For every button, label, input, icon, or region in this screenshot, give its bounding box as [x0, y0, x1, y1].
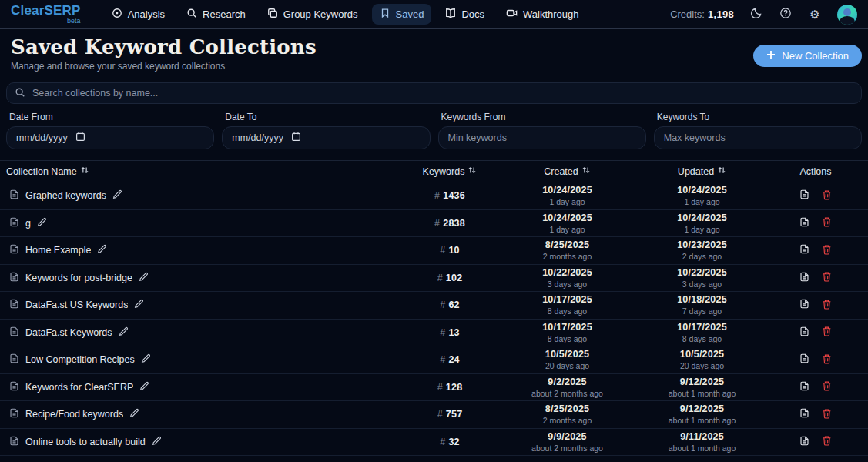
calendar-icon[interactable]: [291, 132, 301, 144]
created-relative: 8 days ago: [500, 334, 635, 343]
app-logo[interactable]: ClearSERP beta: [11, 4, 81, 25]
filter-keywords-to: Keywords To: [654, 112, 862, 149]
filter-row: Date From mm/dd/yyyy Date To mm/dd/yyyy …: [6, 112, 862, 149]
copy-collection-button[interactable]: [799, 326, 809, 339]
delete-collection-button[interactable]: [822, 189, 832, 203]
table-row[interactable]: Online tools to actually build #32 9/9/2…: [0, 429, 868, 457]
copy-collection-button[interactable]: [799, 217, 809, 229]
keyword-count: 102: [446, 273, 462, 283]
edit-collection-button[interactable]: [119, 326, 129, 339]
delete-collection-button[interactable]: [822, 216, 832, 229]
edit-collection-button[interactable]: [139, 272, 149, 284]
delete-collection-button[interactable]: [822, 380, 832, 393]
new-collection-button[interactable]: New Collection: [753, 45, 862, 67]
created-cell: 10/17/2025 8 days ago: [500, 322, 635, 343]
delete-collection-button[interactable]: [822, 353, 832, 367]
updated-relative: about 1 month ago: [635, 416, 769, 425]
delete-collection-button[interactable]: [822, 408, 832, 421]
edit-collection-button[interactable]: [97, 244, 107, 256]
table-row[interactable]: Keywords for post-bridge #102 10/22/2025…: [0, 265, 868, 293]
edit-collection-button[interactable]: [139, 381, 149, 393]
copy-collection-button[interactable]: [799, 189, 809, 202]
edit-collection-button[interactable]: [152, 436, 162, 448]
collection-name: Keywords for post-bridge: [25, 273, 132, 283]
copy-collection-button[interactable]: [799, 244, 809, 256]
edit-collection-button[interactable]: [129, 408, 139, 420]
header-collection-name[interactable]: Collection Name: [6, 166, 400, 177]
delete-collection-button[interactable]: [822, 326, 832, 339]
table-row[interactable]: Recipe/Food keywords #757 8/25/2025 2 mo…: [0, 401, 868, 429]
nav-item-walkthrough[interactable]: Walkthrough: [498, 4, 587, 25]
dark-mode-toggle[interactable]: [749, 8, 763, 22]
delete-collection-button[interactable]: [822, 271, 832, 284]
gear-icon: ⚙: [809, 8, 819, 20]
created-relative: 20 days ago: [500, 361, 635, 370]
book-icon: [445, 8, 456, 21]
copy-collection-button[interactable]: [799, 353, 809, 366]
keywords-to-input[interactable]: [664, 132, 852, 143]
created-cell: 8/25/2025 2 months ago: [500, 239, 635, 261]
trash-icon: [822, 380, 832, 393]
file-text-icon: [9, 299, 19, 311]
delete-collection-button[interactable]: [822, 435, 832, 448]
date-to-input[interactable]: mm/dd/yyyy: [222, 126, 430, 149]
copy-collection-button[interactable]: [799, 381, 809, 393]
nav-item-saved[interactable]: Saved: [372, 4, 432, 25]
keyword-count-cell: #13: [400, 327, 500, 338]
created-relative: about 2 months ago: [500, 389, 635, 398]
search-input[interactable]: [32, 88, 853, 99]
credits-display: Credits:1,198: [670, 8, 734, 20]
nav-item-group-keywords[interactable]: Group Keywords: [260, 4, 366, 25]
keywords-from-input[interactable]: [448, 132, 636, 143]
edit-collection-button[interactable]: [141, 353, 151, 366]
help-button[interactable]: [779, 8, 793, 22]
table-row[interactable]: Directory ideas #100 9/9/2025 9/9/2025: [0, 456, 868, 462]
table-row[interactable]: Graphed keywords #1436 10/24/2025 1 day …: [0, 182, 868, 210]
sort-icon: [581, 166, 591, 177]
header-label: Collection Name: [6, 166, 77, 177]
hash-prefix: #: [434, 190, 440, 201]
copy-collection-button[interactable]: [799, 408, 809, 420]
table-row[interactable]: g #2838 10/24/2025 1 day ago 10/24/2025 …: [0, 210, 868, 238]
date-from-input[interactable]: mm/dd/yyyy: [6, 126, 214, 149]
copy-collection-button[interactable]: [799, 299, 809, 311]
actions-cell: [769, 353, 862, 367]
file-text-icon: [9, 272, 19, 284]
collections-table-body: Graphed keywords #1436 10/24/2025 1 day …: [0, 182, 868, 462]
delete-collection-button[interactable]: [822, 244, 832, 257]
table-row[interactable]: DataFa.st Keywords #13 10/17/2025 8 days…: [0, 320, 868, 347]
calendar-icon[interactable]: [75, 132, 85, 144]
edit-collection-button[interactable]: [134, 299, 144, 311]
updated-cell: 10/17/2025 8 days ago: [635, 322, 769, 343]
keyword-count-cell: #32: [400, 437, 500, 447]
copy-collection-button[interactable]: [799, 436, 809, 448]
keyword-count: 24: [448, 354, 459, 365]
user-avatar[interactable]: [837, 5, 857, 25]
edit-collection-button[interactable]: [37, 217, 47, 229]
copy-collection-button[interactable]: [799, 272, 809, 284]
collections-search[interactable]: [6, 82, 862, 104]
actions-cell: [769, 244, 862, 257]
table-row[interactable]: Low Competition Recipes #24 10/5/2025 20…: [0, 346, 868, 374]
table-row[interactable]: Home Example #10 8/25/2025 2 months ago …: [0, 237, 868, 265]
target-icon: [112, 8, 122, 21]
file-text-icon: [9, 408, 19, 420]
header-keywords[interactable]: Keywords: [400, 166, 500, 177]
updated-cell: 10/24/2025 1 day ago: [635, 213, 769, 234]
nav-item-analysis[interactable]: Analysis: [104, 4, 173, 25]
collection-name: Keywords for ClearSERP: [25, 382, 133, 393]
keywords-from-input-wrap[interactable]: [438, 126, 646, 149]
keywords-to-input-wrap[interactable]: [654, 126, 862, 149]
header-created[interactable]: Created: [500, 166, 635, 177]
actions-cell: [769, 271, 862, 284]
table-row[interactable]: DataFa.st US Keywords #62 10/17/2025 8 d…: [0, 292, 868, 320]
nav-item-docs[interactable]: Docs: [437, 4, 492, 25]
collection-name: Recipe/Food keywords: [25, 409, 123, 420]
edit-collection-button[interactable]: [112, 189, 122, 202]
delete-collection-button[interactable]: [822, 299, 832, 312]
header-updated[interactable]: Updated: [635, 166, 769, 177]
settings-button[interactable]: ⚙: [808, 8, 822, 22]
copy-document-icon: [799, 408, 809, 420]
table-row[interactable]: Keywords for ClearSERP #128 9/2/2025 abo…: [0, 374, 868, 402]
nav-item-research[interactable]: Research: [179, 4, 253, 25]
